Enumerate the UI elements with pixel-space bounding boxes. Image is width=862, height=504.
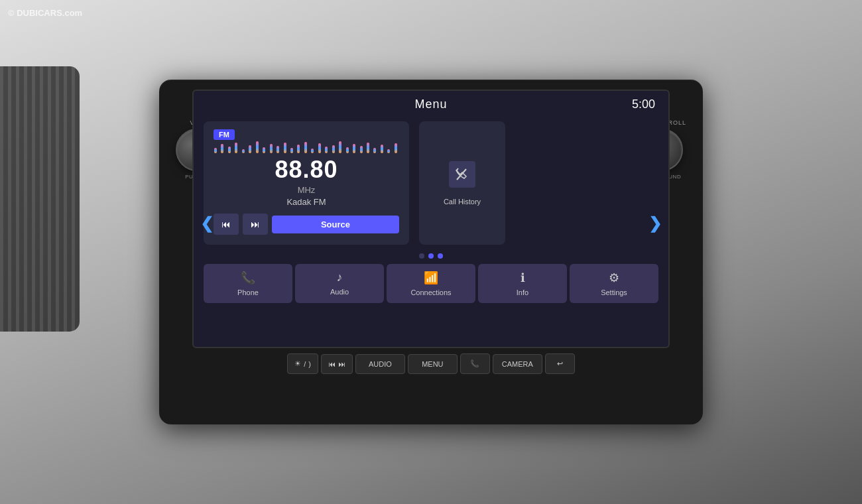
connections-icon: 📶 bbox=[424, 271, 438, 285]
audio-btn-label: AUDIO bbox=[369, 360, 392, 368]
mode-icon: ) bbox=[308, 360, 311, 368]
phone-btn[interactable]: 📞 bbox=[460, 353, 490, 374]
waveform-bar bbox=[277, 146, 279, 153]
physical-buttons-row: ☀ / ) ⏮ ⏭ AUDIO MENU 📞 CAMERA ↩ bbox=[192, 348, 670, 377]
menu-item-settings[interactable]: ⚙ Settings bbox=[570, 264, 658, 303]
menu-btn-label: MENU bbox=[422, 360, 443, 368]
waveform-bar bbox=[339, 141, 341, 153]
back-btn[interactable]: ↩ bbox=[545, 353, 575, 374]
waveform-bar bbox=[221, 144, 223, 153]
menu-item-phone[interactable]: 📞 Phone bbox=[204, 264, 292, 303]
waveform-bar bbox=[395, 143, 397, 153]
waveform bbox=[214, 141, 399, 153]
call-history-card[interactable]: Call History bbox=[419, 121, 505, 245]
waveform-bar bbox=[284, 143, 286, 153]
source-button[interactable]: Source bbox=[272, 216, 399, 233]
waveform-bar bbox=[373, 148, 376, 153]
info-icon: ℹ bbox=[521, 271, 525, 285]
station-name: Kadak FM bbox=[214, 197, 399, 207]
dot-1 bbox=[419, 253, 424, 259]
prev-track-icon: ⏮ bbox=[328, 360, 336, 368]
waveform-bar bbox=[387, 149, 390, 153]
audio-btn[interactable]: AUDIO bbox=[355, 354, 405, 374]
camera-btn-label: CAMERA bbox=[502, 360, 533, 368]
infotainment-unit: VOL PUSH ⏻ TUNE·SCROLL PUSH SOUND Menu 5… bbox=[159, 80, 703, 424]
bottom-menu: 📞 Phone ♪ Audio 📶 Connections ℹ Info ⚙ S… bbox=[194, 264, 668, 310]
next-track-icon: ⏭ bbox=[338, 360, 345, 368]
waveform-bar bbox=[353, 144, 355, 153]
phone-icon: 📞 bbox=[241, 271, 255, 285]
phone-label: Phone bbox=[237, 288, 259, 296]
next-button[interactable]: ⏭ bbox=[243, 214, 268, 235]
waveform-bar bbox=[311, 149, 314, 153]
prev-button[interactable]: ⏮ bbox=[214, 214, 239, 235]
watermark: © DUBICARS.com bbox=[8, 8, 82, 18]
menu-item-audio[interactable]: ♪ Audio bbox=[295, 264, 384, 303]
screen-time: 5:00 bbox=[632, 97, 655, 111]
menu-item-info[interactable]: ℹ Info bbox=[478, 264, 567, 303]
dot-3 bbox=[438, 253, 443, 259]
waveform-bar bbox=[318, 143, 321, 153]
waveform-bar bbox=[270, 144, 273, 153]
playback-controls: ⏮ ⏭ Source bbox=[214, 214, 399, 235]
carbon-left-panel bbox=[0, 66, 80, 332]
waveform-bar bbox=[332, 145, 335, 153]
call-history-label: Call History bbox=[444, 198, 481, 206]
phone-btn-icon: 📞 bbox=[470, 359, 479, 368]
back-icon: ↩ bbox=[557, 359, 563, 368]
waveform-bar bbox=[228, 147, 231, 153]
nav-left-arrow[interactable]: ❮ bbox=[200, 214, 214, 233]
brightness-btn[interactable]: ☀ / ) bbox=[287, 353, 318, 374]
waveform-bar bbox=[381, 145, 383, 153]
screen-title: Menu bbox=[414, 97, 447, 111]
audio-label: Audio bbox=[330, 288, 349, 296]
waveform-bar bbox=[235, 143, 237, 153]
page-indicator bbox=[194, 253, 668, 259]
waveform-bar bbox=[297, 145, 300, 153]
prev-track-btn[interactable]: ⏮ ⏭ bbox=[321, 354, 353, 374]
audio-icon: ♪ bbox=[337, 271, 343, 284]
fm-badge: FM bbox=[214, 129, 235, 140]
settings-icon: ⚙ bbox=[609, 271, 619, 285]
waveform-bar bbox=[256, 141, 259, 153]
display-screen: Menu 5:00 ❮ ❯ FM bbox=[192, 90, 670, 348]
waveform-bar bbox=[325, 147, 328, 153]
mhz-label: MHz bbox=[214, 185, 399, 195]
radio-card: FM bbox=[204, 121, 409, 245]
dot-2 bbox=[428, 253, 434, 259]
waveform-bar bbox=[346, 147, 349, 153]
nav-right-arrow[interactable]: ❯ bbox=[648, 214, 662, 233]
waveform-bar bbox=[242, 149, 245, 153]
menu-item-connections[interactable]: 📶 Connections bbox=[387, 264, 475, 303]
camera-btn[interactable]: CAMERA bbox=[493, 354, 542, 374]
brightness-slash: / bbox=[304, 360, 306, 368]
waveform-bar bbox=[249, 145, 251, 153]
call-history-icon bbox=[449, 161, 475, 192]
screen-content: FM bbox=[194, 118, 668, 248]
screen-header: Menu 5:00 bbox=[194, 91, 668, 118]
brightness-icon: ☀ bbox=[294, 359, 301, 368]
frequency-display: 88.80 bbox=[214, 156, 399, 184]
waveform-bar bbox=[304, 142, 307, 153]
waveform-bar bbox=[263, 147, 265, 153]
info-label: Info bbox=[517, 288, 528, 296]
menu-btn[interactable]: MENU bbox=[408, 354, 458, 374]
settings-label: Settings bbox=[601, 288, 627, 296]
waveform-bar bbox=[367, 143, 369, 153]
waveform-bar bbox=[290, 148, 293, 153]
connections-label: Connections bbox=[410, 288, 451, 296]
waveform-bar bbox=[214, 148, 217, 153]
waveform-bar bbox=[360, 146, 363, 153]
